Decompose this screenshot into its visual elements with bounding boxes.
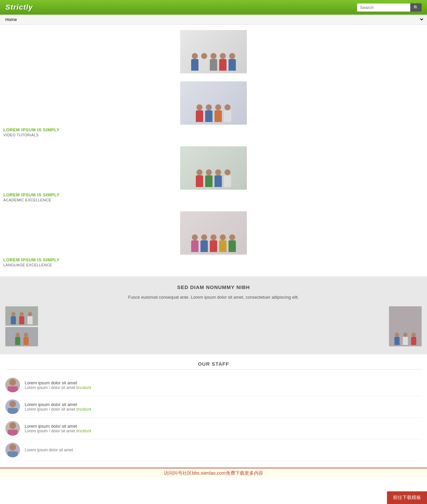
slide-2: LOREM IPSUM IS SIMPLY VIDEO TUTORIALS: [0, 76, 427, 141]
thumb-1-illustration: [5, 306, 38, 326]
person-5: [229, 53, 236, 71]
p: [11, 312, 16, 324]
person-head: [220, 234, 226, 240]
person-1: [196, 104, 203, 122]
gray-section-images: [5, 306, 422, 346]
slide-image-4: [180, 211, 247, 255]
search-input[interactable]: [357, 3, 410, 12]
staff-section: OUR STAFF Lorem ipsum dolor sit amet Lor…: [0, 354, 427, 468]
person-head: [403, 333, 408, 337]
slide-2-subtitle: VIDEO TUTORIALS: [3, 133, 424, 137]
person-body: [200, 59, 208, 71]
staff-avatar-1: [5, 378, 20, 392]
p: [19, 312, 24, 324]
person-2: [205, 169, 212, 187]
person-4: [224, 169, 231, 187]
avatar-head: [9, 444, 16, 451]
slide-3-info: LOREM IPSUM IS SIMPLY ACADEMIC EXCELLENC…: [0, 190, 427, 203]
person-head: [206, 169, 212, 175]
person-2: [200, 53, 208, 71]
p: [403, 333, 408, 345]
person-body: [224, 110, 231, 122]
slide-3: LOREM IPSUM IS SIMPLY ACADEMIC EXCELLENC…: [0, 141, 427, 206]
person-body: [205, 175, 212, 187]
person-head: [28, 312, 32, 316]
avatar-illustration-4: [5, 443, 20, 457]
avatar-illustration-3: [5, 421, 20, 436]
staff-line2-prefix-1: Lorem ipsum / dolor sit amet: [25, 385, 76, 390]
person-1: [191, 53, 198, 71]
person-head: [229, 234, 235, 240]
slide-3-title: LOREM IPSUM IS SIMPLY: [3, 192, 424, 197]
thumb-2: [5, 327, 38, 346]
person-head: [395, 333, 399, 337]
staff-link-2[interactable]: tincidunt: [76, 407, 91, 412]
staff-line1-3: Lorem ipsum dolor sit amet: [25, 424, 91, 429]
person-3: [215, 169, 222, 187]
person-body: [23, 337, 28, 345]
person-head: [196, 104, 202, 110]
person-body: [196, 175, 203, 187]
person-body: [27, 316, 32, 325]
p: [411, 333, 416, 345]
staff-avatar-2: [5, 399, 20, 414]
person-body: [229, 240, 236, 252]
gray-section: SED DIAM NONUMMY NIBH Fusce euismod cons…: [0, 276, 427, 354]
slide-4-info: LOREM IPSUM IS SIMPLY LANGUAGE EXCELLENC…: [0, 255, 427, 268]
person-head: [210, 234, 217, 240]
person-1: [191, 234, 198, 252]
slide-image-2-illustration: [180, 81, 247, 125]
avatar-illustration-2: [5, 399, 20, 414]
person-head: [215, 104, 221, 110]
person-head: [201, 234, 207, 240]
staff-link-1[interactable]: tincidunt: [76, 385, 91, 390]
person-body: [11, 316, 16, 325]
staff-section-heading: OUR STAFF: [5, 361, 422, 367]
person-body: [215, 175, 222, 187]
gray-section-body: Fusce euismod consequat ante. Lorem ipsu…: [5, 295, 422, 300]
person-body: [210, 59, 217, 71]
staff-line2-prefix-3: Lorem ipsum / dolor sit amet: [25, 429, 76, 433]
person-head: [225, 104, 231, 110]
nav-bar: Home About Contact: [0, 15, 427, 25]
person-head: [215, 169, 221, 175]
slide-4-title: LOREM IPSUM IS SIMPLY: [3, 257, 424, 262]
person-head: [192, 234, 198, 240]
staff-line1-2: Lorem ipsum dolor sit amet: [25, 402, 91, 407]
person-head: [210, 53, 217, 59]
staff-text-1: Lorem ipsum dolor sit amet Lorem ipsum /…: [25, 380, 91, 390]
person-2: [200, 234, 208, 252]
nav-dropdown[interactable]: Home About Contact: [3, 15, 424, 24]
p: [15, 333, 20, 345]
slide-image-3-illustration: [180, 146, 247, 190]
gray-img-col-left: [5, 306, 38, 346]
person-head: [20, 312, 24, 316]
person-body: [394, 337, 399, 345]
staff-line1-4: Lorem ipsum dolor sit amet: [25, 448, 73, 452]
person-4: [219, 234, 227, 252]
person-body: [224, 175, 231, 187]
person-head: [15, 333, 20, 337]
staff-line1-1: Lorem ipsum dolor sit amet: [25, 380, 91, 385]
staff-avatar-3: [5, 421, 20, 436]
person-head: [201, 53, 207, 59]
slide-2-info: LOREM IPSUM IS SIMPLY VIDEO TUTORIALS: [0, 125, 427, 138]
avatar-illustration-1: [5, 378, 20, 392]
staff-link-3[interactable]: tincidunt: [76, 429, 91, 433]
person-head: [24, 333, 28, 337]
p: [394, 333, 399, 345]
slide-2-title: LOREM IPSUM IS SIMPLY: [3, 127, 424, 132]
search-button[interactable]: 🔍: [410, 3, 422, 12]
gray-img-col-right: [389, 306, 422, 346]
slide-image-2: [180, 81, 247, 125]
avatar-body: [8, 386, 18, 392]
staff-avatar-4: [5, 443, 20, 457]
person-body: [15, 337, 20, 345]
person-3: [210, 53, 217, 71]
person-body: [205, 110, 212, 122]
person-body: [191, 59, 198, 71]
slide-4: LOREM IPSUM IS SIMPLY LANGUAGE EXCELLENC…: [0, 206, 427, 271]
person-head: [11, 312, 16, 316]
person-body: [219, 59, 227, 71]
person-5: [229, 234, 236, 252]
